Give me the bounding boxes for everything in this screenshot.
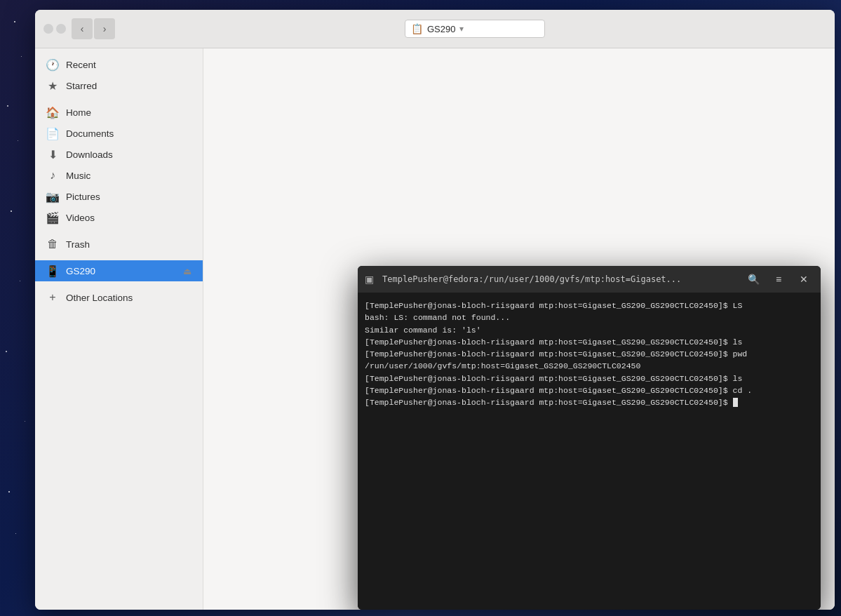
star-icon: ★ (46, 79, 59, 92)
sidebar-item-label: Recent (66, 60, 96, 70)
sidebar-item-music[interactable]: ♪ Music (35, 165, 203, 186)
sidebar-item-label: Trash (66, 239, 90, 250)
terminal-cursor (733, 398, 738, 407)
location-file-icon: 📋 (411, 23, 423, 34)
sidebar-item-pictures[interactable]: 📷 Pictures (35, 186, 203, 207)
terminal-app-icon: ▣ (365, 274, 374, 285)
chevron-down-icon: ▾ (459, 24, 464, 34)
window-controls (43, 24, 66, 34)
nav-buttons: ‹ › (72, 18, 115, 39)
sidebar-item-label: Starred (66, 81, 97, 91)
terminal-line-9: [TemplePusher@jonas-bloch-riisgaard mtp:… (365, 396, 814, 408)
sidebar-item-label: Home (66, 107, 91, 118)
sidebar-item-documents[interactable]: 📄 Documents (35, 123, 203, 144)
sidebar-item-label: GS290 (66, 266, 95, 276)
device-icon: 📱 (46, 265, 59, 277)
sidebar-item-starred[interactable]: ★ Starred (35, 75, 203, 96)
sidebar-item-gs290[interactable]: 📱 GS290 ⏏ (35, 260, 203, 281)
sidebar-item-label: Music (66, 170, 90, 181)
terminal-line-4: [TemplePusher@jonas-bloch-riisgaard mtp:… (365, 336, 814, 348)
terminal-line-7: [TemplePusher@jonas-bloch-riisgaard mtp:… (365, 373, 814, 384)
sidebar-item-home[interactable]: 🏠 Home (35, 102, 203, 123)
terminal-header: ▣ TemplePusher@fedora:/run/user/1000/gvf… (358, 266, 821, 293)
terminal-body[interactable]: [TemplePusher@jonas-bloch-riisgaard mtp:… (358, 293, 821, 610)
file-manager-window: ‹ › 📋 GS290 ▾ 🕐 Recent ★ Starred 🏠 (35, 10, 835, 610)
main-content-area: Folder is Empty ▣ TemplePusher@fedora:/r… (203, 48, 835, 610)
sidebar-item-label: Documents (66, 128, 114, 139)
terminal-line-3: Similar command is: 'ls' (365, 324, 814, 336)
terminal-line-1: [TemplePusher@jonas-bloch-riisgaard mtp:… (365, 300, 814, 312)
sidebar-item-label: Other Locations (66, 293, 133, 303)
terminal-line-6: /run/user/1000/gvfs/mtp:host=Gigaset_GS2… (365, 360, 814, 372)
minimize-button[interactable] (56, 24, 66, 34)
sidebar-item-videos[interactable]: 🎬 Videos (35, 207, 203, 228)
location-bar[interactable]: 📋 GS290 ▾ (405, 20, 545, 38)
music-icon: ♪ (46, 169, 59, 182)
sidebar-item-trash[interactable]: 🗑 Trash (35, 234, 203, 255)
forward-button[interactable]: › (94, 18, 115, 39)
terminal-line-2: bash: LS: command not found... (365, 312, 814, 323)
terminal-menu-button[interactable]: ≡ (769, 269, 788, 289)
pictures-icon: 📷 (46, 190, 59, 203)
sidebar-item-other-locations[interactable]: + Other Locations (35, 287, 203, 308)
eject-icon[interactable]: ⏏ (183, 266, 191, 276)
terminal-window[interactable]: ▣ TemplePusher@fedora:/run/user/1000/gvf… (358, 266, 821, 610)
sidebar-item-label: Pictures (66, 192, 100, 202)
close-button[interactable] (43, 24, 53, 34)
sidebar: 🕐 Recent ★ Starred 🏠 Home 📄 Documents ⬇ … (35, 48, 203, 610)
plus-icon: + (46, 291, 59, 304)
sidebar-item-recent[interactable]: 🕐 Recent (35, 54, 203, 75)
location-text: GS290 (427, 24, 455, 34)
recent-icon: 🕐 (46, 58, 59, 71)
downloads-icon: ⬇ (46, 148, 59, 161)
trash-icon: 🗑 (46, 238, 59, 250)
terminal-title: TemplePusher@fedora:/run/user/1000/gvfs/… (382, 274, 738, 284)
sidebar-item-label: Downloads (66, 149, 113, 160)
sidebar-item-downloads[interactable]: ⬇ Downloads (35, 144, 203, 165)
terminal-line-8: [TemplePusher@jonas-bloch-riisgaard mtp:… (365, 384, 814, 396)
window-header: ‹ › 📋 GS290 ▾ (35, 10, 835, 48)
terminal-line-5: [TemplePusher@jonas-bloch-riisgaard mtp:… (365, 348, 814, 360)
terminal-close-button[interactable]: ✕ (794, 269, 814, 289)
back-button[interactable]: ‹ (72, 18, 93, 39)
videos-icon: 🎬 (46, 211, 59, 224)
terminal-search-button[interactable]: 🔍 (744, 269, 763, 289)
home-icon: 🏠 (46, 106, 59, 119)
documents-icon: 📄 (46, 127, 59, 140)
sidebar-item-label: Videos (66, 213, 95, 223)
content-area: 🕐 Recent ★ Starred 🏠 Home 📄 Documents ⬇ … (35, 48, 835, 610)
